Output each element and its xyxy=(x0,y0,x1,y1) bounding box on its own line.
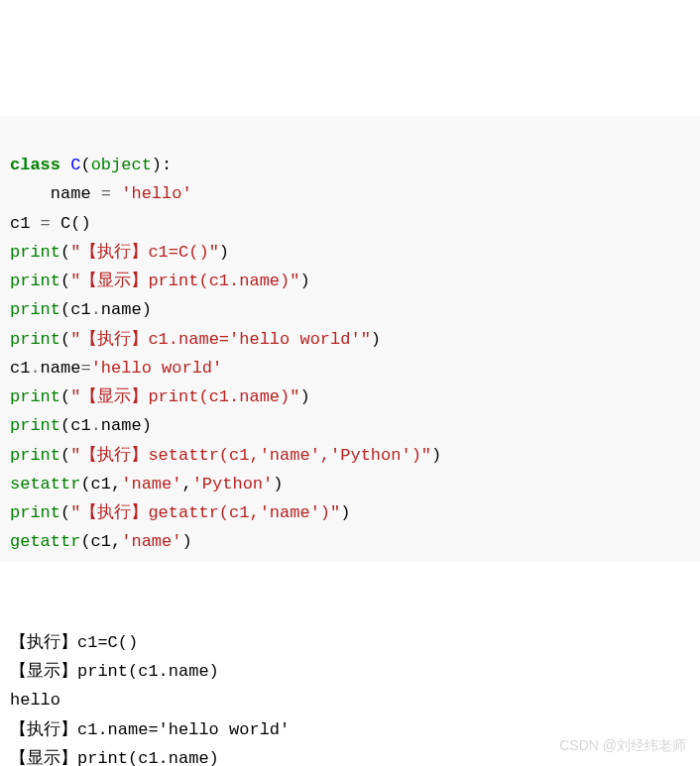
code-line: print("【执行】getattr(c1,'name')") xyxy=(10,503,350,522)
string-literal: "【执行】c1=C()" xyxy=(70,243,219,262)
string-literal: "【执行】c1.name='hello world'" xyxy=(70,330,371,349)
string-literal: "【显示】print(c1.name)" xyxy=(70,272,299,290)
builtin-func: print xyxy=(10,416,60,435)
code-line: print(c1.name) xyxy=(10,416,152,435)
string-literal: "【执行】setattr(c1,'name','Python')" xyxy=(70,446,431,465)
output-line: 【显示】print(c1.name) xyxy=(10,749,219,766)
builtin-func: getattr xyxy=(10,532,80,551)
code-line: print("【执行】c1.name='hello world'") xyxy=(10,330,381,349)
output-line: hello xyxy=(10,691,60,710)
string-literal: "【显示】print(c1.name)" xyxy=(70,387,299,406)
string-literal: "【执行】getattr(c1,'name')" xyxy=(70,503,340,522)
code-line: getattr(c1,'name') xyxy=(10,532,192,551)
class-name: C xyxy=(70,156,80,174)
output-line: 【执行】c1=C() xyxy=(10,633,138,652)
code-line: print(c1.name) xyxy=(10,300,152,319)
builtin-func: print xyxy=(10,272,60,290)
code-line: print("【执行】c1=C()") xyxy=(10,243,229,262)
code-line: class C(object): xyxy=(10,156,172,174)
code-line: c1 = C() xyxy=(10,214,91,233)
code-line: print("【显示】print(c1.name)") xyxy=(10,387,310,406)
builtin-func: print xyxy=(10,387,60,406)
builtin-func: setattr xyxy=(10,475,80,493)
builtin-func: print xyxy=(10,446,60,465)
code-line: setattr(c1,'name','Python') xyxy=(10,475,283,493)
output-line: 【显示】print(c1.name) xyxy=(10,662,219,681)
builtin-func: print xyxy=(10,300,60,319)
string-literal: 'hello world' xyxy=(91,359,223,378)
code-line: print("【显示】print(c1.name)") xyxy=(10,272,310,290)
keyword: class xyxy=(10,156,60,174)
code-line: print("【执行】setattr(c1,'name','Python')") xyxy=(10,446,441,465)
string-literal: 'hello' xyxy=(121,184,191,203)
code-line: c1.name='hello world' xyxy=(10,359,222,378)
builtin-func: print xyxy=(10,503,60,522)
code-input-cell: class C(object): name = 'hello' c1 = C()… xyxy=(0,116,700,563)
watermark: CSDN @刘经纬老师 xyxy=(559,733,686,757)
code-line: name = 'hello' xyxy=(10,184,192,203)
builtin-func: print xyxy=(10,330,60,349)
builtin-func: print xyxy=(10,243,60,262)
output-line: 【执行】c1.name='hello world' xyxy=(10,720,290,739)
